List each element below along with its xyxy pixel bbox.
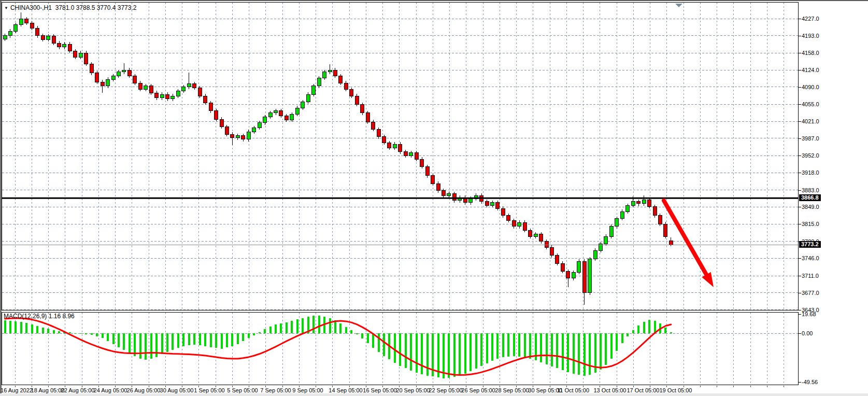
bull-candle xyxy=(14,25,18,31)
bear-candle xyxy=(198,88,202,96)
bull-candle xyxy=(274,111,278,113)
macd-histogram-bar xyxy=(480,333,482,366)
bear-candle xyxy=(501,208,505,215)
macd-histogram-bar xyxy=(118,333,120,347)
macd-indicator-label: MACD(12,26,9) 1.16 8.96 xyxy=(4,313,75,320)
bull-candle xyxy=(290,115,294,120)
symbol-dropdown-icon[interactable]: ▼ xyxy=(4,6,8,10)
macd-histogram-bar xyxy=(664,328,666,333)
macd-histogram-bar xyxy=(80,333,82,334)
macd-histogram-bar xyxy=(621,333,623,343)
bull-candle xyxy=(122,70,126,72)
macd-histogram-bar xyxy=(459,333,461,376)
time-axis-label: 30 Aug 05:00 xyxy=(160,387,194,393)
bull-candle xyxy=(258,123,261,128)
macd-histogram-bar xyxy=(102,333,104,338)
bull-candle xyxy=(182,87,186,91)
time-axis-label: 26 Aug 05:00 xyxy=(127,387,161,393)
bear-candle xyxy=(669,241,673,245)
macd-histogram-bar xyxy=(259,332,261,333)
macd-histogram-bar xyxy=(600,333,602,370)
time-axis-label: 20 Sep 05:00 xyxy=(396,387,430,393)
macd-histogram-bar xyxy=(556,333,558,368)
bull-candle xyxy=(117,72,120,76)
bear-candle xyxy=(350,90,353,96)
bull-candle xyxy=(572,272,575,278)
macd-histogram-bar xyxy=(632,330,634,333)
bear-candle xyxy=(68,44,72,51)
bear-candle xyxy=(561,263,564,271)
bull-candle xyxy=(642,200,646,204)
macd-histogram-bar xyxy=(226,333,228,347)
macd-histogram-bar xyxy=(383,333,385,356)
bear-candle xyxy=(399,144,402,151)
bear-candle xyxy=(550,247,553,255)
macd-histogram-bar xyxy=(421,333,423,374)
bear-candle xyxy=(58,43,61,47)
bull-candle xyxy=(491,203,494,206)
macd-histogram-bar xyxy=(291,321,293,333)
level-price-badge: 3866.8 xyxy=(799,194,821,201)
macd-histogram-bar xyxy=(264,329,266,333)
macd-histogram-bar xyxy=(182,333,184,346)
time-axis-label: 16 Aug 2022 xyxy=(1,387,33,393)
macd-histogram-bar xyxy=(296,319,298,333)
macd-histogram-bar xyxy=(350,330,352,333)
bear-candle xyxy=(333,70,337,76)
bull-candle xyxy=(295,108,299,114)
price-axis-label: 3918.0 xyxy=(802,169,819,176)
bear-candle xyxy=(339,76,343,83)
chart-shift-marker-icon[interactable] xyxy=(675,4,682,7)
macd-histogram-bar xyxy=(567,333,569,372)
macd-axis-label: 0.00 xyxy=(802,330,813,336)
chart-window: ▼CHINA300-,H1 3781.0 3788.5 3770.4 3773.… xyxy=(0,0,868,396)
macd-histogram-bar xyxy=(286,322,288,333)
macd-histogram-bar xyxy=(248,333,250,338)
time-axis-label: 11 Oct 05:00 xyxy=(557,387,589,393)
bear-candle xyxy=(664,224,667,236)
price-axis-label: 4227.0 xyxy=(802,16,819,22)
macd-histogram-bar xyxy=(74,333,76,334)
macd-axis-tick xyxy=(799,382,801,383)
price-axis-label: 4021.0 xyxy=(802,118,819,124)
bear-candle xyxy=(523,222,527,230)
macd-axis-tick xyxy=(799,333,801,334)
bear-candle xyxy=(404,152,407,156)
bull-candle xyxy=(263,117,267,123)
price-axis-label: 3815.0 xyxy=(802,221,819,227)
macd-histogram-bar xyxy=(562,333,564,370)
macd-histogram-bar xyxy=(394,333,396,363)
macd-histogram-bar xyxy=(426,333,429,376)
bull-candle xyxy=(604,236,608,244)
price-axis-tick xyxy=(799,293,801,293)
bear-candle xyxy=(507,216,510,221)
bear-candle xyxy=(241,136,245,139)
time-axis-label: 17 Oct 05:00 xyxy=(627,387,660,393)
bull-candle xyxy=(306,94,310,102)
time-axis-label: 7 Sep 05:00 xyxy=(260,387,291,393)
bear-candle xyxy=(529,231,532,237)
bear-candle xyxy=(512,220,516,227)
macd-histogram-bar xyxy=(616,333,618,351)
macd-histogram-bar xyxy=(627,333,629,336)
bull-candle xyxy=(328,70,332,72)
bear-candle xyxy=(485,202,489,206)
macd-histogram-bar xyxy=(356,333,358,334)
chart-canvas[interactable] xyxy=(0,1,868,396)
macd-histogram-bar xyxy=(134,333,136,356)
bull-candle xyxy=(268,113,272,117)
time-axis-label: 18 Aug 05:00 xyxy=(31,387,65,393)
macd-histogram-bar xyxy=(573,333,575,374)
bear-candle xyxy=(220,119,223,126)
trend-arrow-line[interactable] xyxy=(664,201,708,277)
macd-histogram-bar xyxy=(269,327,272,333)
bull-candle xyxy=(447,193,451,195)
macd-histogram-bar xyxy=(453,333,456,377)
bear-candle xyxy=(377,129,380,136)
price-axis-tick xyxy=(799,190,801,191)
bull-candle xyxy=(79,53,82,57)
time-axis-label: 28 Sep 05:00 xyxy=(495,387,529,393)
price-axis-tick xyxy=(799,276,801,276)
bull-candle xyxy=(106,79,110,86)
bull-candle xyxy=(317,78,321,86)
